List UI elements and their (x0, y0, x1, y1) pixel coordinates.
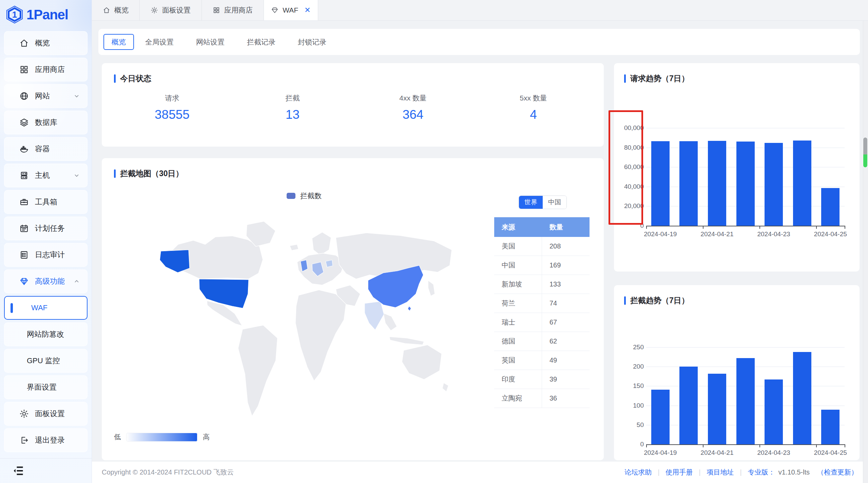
count-cell: 62 (542, 337, 590, 345)
bar-2024-04-23[interactable] (765, 143, 783, 226)
map-region-iceland[interactable] (290, 244, 298, 250)
map-country-us-alaska[interactable] (160, 250, 190, 273)
bar-2024-04-20[interactable] (679, 141, 698, 226)
today-status-card: 今日状态 请求38555拦截134xx 数量3645xx 数量4 (102, 63, 604, 147)
bar-2024-04-19[interactable] (651, 141, 670, 226)
bar-2024-04-23[interactable] (765, 379, 783, 444)
title-accent-bar (114, 169, 116, 178)
close-icon[interactable]: ✕ (304, 6, 310, 15)
map-region-new-zealand[interactable] (442, 383, 448, 392)
collapse-sidebar-icon[interactable] (12, 465, 25, 477)
sidebar-item-toolbox[interactable]: 工具箱 (4, 190, 88, 214)
footer-link-1[interactable]: 使用手册 (666, 468, 693, 477)
sidebar-item-panel-settings[interactable]: 面板设置 (4, 402, 88, 426)
page-tab-1[interactable]: 全局设置 (134, 37, 185, 47)
sidebar-item-app-store[interactable]: 应用商店 (4, 58, 88, 81)
bar-2024-04-22[interactable] (736, 358, 755, 444)
map-series-legend[interactable]: 拦截数 (287, 191, 322, 201)
map-region-scandinavia[interactable] (312, 232, 331, 255)
sidebar-item-label: WAF (31, 303, 47, 312)
top-tab-overview[interactable]: 概览 (92, 0, 140, 20)
sidebar-item-gpu-monitor[interactable]: GPU 监控 (4, 349, 88, 373)
top-tab-waf[interactable]: WAF✕ (264, 0, 318, 20)
bar-2024-04-25[interactable] (821, 410, 840, 444)
check-update-link[interactable]: （检查更新） (817, 468, 858, 477)
sidebar-item-cronjob[interactable]: 计划任务 (4, 217, 88, 240)
map-country-taiwan-dot[interactable] (408, 306, 411, 311)
sidebar-item-database[interactable]: 数据库 (4, 111, 88, 134)
sidebar-item-label: 计划任务 (35, 223, 65, 234)
bar-2024-04-24[interactable] (793, 141, 811, 226)
map-region-japan[interactable] (428, 280, 435, 296)
count-cell: 49 (542, 356, 590, 364)
docker-icon (19, 144, 29, 154)
page-tab-2[interactable]: 网站设置 (185, 37, 236, 47)
bar-2024-04-21[interactable] (708, 141, 726, 226)
y-axis-tick-label: 60,000 (614, 163, 644, 171)
footer-link-2[interactable]: 项目地址 (707, 468, 734, 477)
footer-link-0[interactable]: 论坛求助 (624, 468, 652, 477)
sidebar-item-waf[interactable]: WAF (4, 296, 88, 320)
top-tab-label: 面板设置 (162, 5, 191, 15)
top-tab-app-store[interactable]: 应用商店 (202, 0, 264, 20)
map-region-southeast-asia[interactable] (383, 313, 397, 331)
sidebar-item-overview[interactable]: 概览 (4, 31, 88, 55)
sidebar-item-advanced[interactable]: 高级功能 (4, 270, 88, 293)
map-country-india[interactable] (365, 301, 384, 330)
map-gradient-legend: 低 高 (114, 432, 210, 442)
sidebar-item-logout[interactable]: 退出登录 (4, 428, 88, 452)
bar-2024-04-22[interactable] (736, 142, 755, 226)
block-source-table: 来源 数量 美国208中国169新加坡133荷兰74瑞士67德国62英国49印度… (494, 217, 590, 408)
today-card-title: 今日状态 (120, 73, 151, 84)
map-region-south-america[interactable] (238, 325, 277, 416)
scroll-thumb-green (863, 154, 867, 167)
sidebar-item-tamper-proof[interactable]: 网站防篡改 (4, 322, 88, 346)
y-axis-tick-label: 100 (614, 402, 644, 409)
page-tab-4[interactable]: 封锁记录 (287, 37, 337, 47)
sidebar-item-website[interactable]: 网站 (4, 84, 88, 108)
sidebar-item-label: 高级功能 (35, 276, 65, 286)
bar-2024-04-20[interactable] (679, 367, 698, 444)
bar-2024-04-19[interactable] (651, 390, 670, 444)
table-body: 美国208中国169新加坡133荷兰74瑞士67德国62英国49印度39立陶宛3… (494, 237, 590, 408)
request-trend-chart[interactable]: 020,00040,00060,00080,00000,0002024-04-1… (614, 63, 860, 272)
scrollbar-track[interactable] (863, 21, 868, 483)
scroll-thumb-gray (863, 137, 867, 154)
map-country-lithuania[interactable] (326, 260, 333, 267)
top-tab-panel-settings[interactable]: 面板设置 (140, 0, 202, 20)
sidebar-menu: 概览应用商店网站数据库容器主机工具箱计划任务日志审计高级功能WAF网站防篡改GP… (0, 27, 92, 452)
request-trend-card: 请求趋势（7日） 020,00040,00060,00080,00000,000… (614, 63, 860, 272)
table-header-count: 数量 (542, 223, 590, 232)
bar-2024-04-24[interactable] (793, 352, 811, 444)
sidebar-item-ui-settings[interactable]: 界面设置 (4, 375, 88, 399)
server-icon (19, 171, 29, 180)
bar-2024-04-21[interactable] (708, 374, 726, 444)
map-country-united-states[interactable] (199, 279, 249, 308)
table-header-row: 来源 数量 (494, 217, 590, 237)
map-region-australia[interactable] (402, 345, 442, 379)
table-row: 立陶宛36 (494, 389, 590, 408)
logo[interactable]: 1 1Panel (0, 0, 92, 27)
block-trend-chart[interactable]: 0501001502002502024-04-192024-04-212024-… (614, 285, 860, 460)
bar-2024-04-25[interactable] (821, 188, 840, 226)
sidebar-item-container[interactable]: 容器 (4, 137, 88, 161)
view-toggle-china[interactable]: 中国 (543, 196, 566, 209)
stat-label: 4xx 数量 (353, 93, 473, 103)
page-tab-3[interactable]: 拦截记录 (236, 37, 287, 47)
scrollbar-thumb[interactable] (863, 137, 867, 167)
version-text: v1.10.5-lts (778, 468, 810, 476)
map-region-africa[interactable] (295, 290, 346, 381)
footer-separator: | (658, 468, 659, 476)
y-axis-tick-label: 80,000 (614, 144, 644, 151)
page-tab-overview[interactable]: 概览 (103, 34, 134, 50)
y-axis-tick-label: 150 (614, 382, 644, 390)
map-region-indonesia[interactable] (389, 337, 424, 345)
sidebar-item-host[interactable]: 主机 (4, 164, 88, 187)
x-axis-line (646, 444, 845, 445)
chevron-down-icon (74, 93, 80, 99)
view-toggle-world[interactable]: 世界 (519, 196, 543, 209)
gradient-bar (126, 433, 197, 442)
world-map (146, 217, 461, 426)
sidebar-item-log-audit[interactable]: 日志审计 (4, 243, 88, 267)
x-axis-tick (816, 444, 817, 447)
